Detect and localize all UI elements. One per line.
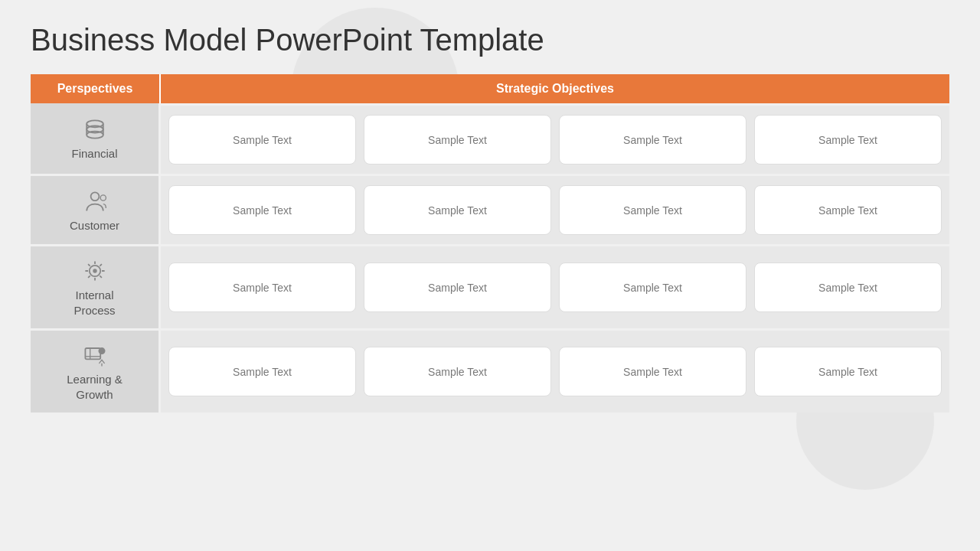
svg-rect-9 <box>85 348 100 359</box>
objectives-header: Strategic Objectives <box>161 74 949 103</box>
svg-point-12 <box>98 347 105 354</box>
card-learning-0[interactable]: Sample Text <box>168 347 356 396</box>
row-financial: FinancialSample TextSample TextSample Te… <box>31 103 949 174</box>
card-internal-1[interactable]: Sample Text <box>364 262 551 312</box>
bsc-table: Perspectives Strategic Objectives Financ… <box>31 74 949 412</box>
card-grid-learning: Sample TextSample TextSample TextSample … <box>168 347 942 396</box>
customer-label: Customer <box>38 218 151 233</box>
card-customer-3[interactable]: Sample Text <box>754 185 942 235</box>
card-internal-0[interactable]: Sample Text <box>168 262 356 312</box>
row-learning: Learning &GrowthSample TextSample TextSa… <box>31 328 949 412</box>
learning-label: Learning &Growth <box>38 372 151 402</box>
table-header-row: Perspectives Strategic Objectives <box>31 74 949 103</box>
card-financial-2[interactable]: Sample Text <box>559 115 746 165</box>
learning-icon <box>38 341 151 369</box>
card-learning-1[interactable]: Sample Text <box>364 347 551 396</box>
card-customer-1[interactable]: Sample Text <box>364 185 551 235</box>
card-internal-3[interactable]: Sample Text <box>754 262 942 312</box>
customer-icon <box>38 187 151 215</box>
card-grid-customer: Sample TextSample TextSample TextSample … <box>168 185 942 235</box>
svg-point-5 <box>90 192 99 201</box>
card-financial-1[interactable]: Sample Text <box>364 115 551 165</box>
content-customer: Sample TextSample TextSample TextSample … <box>161 174 949 244</box>
svg-point-6 <box>100 195 106 201</box>
label-learning: Learning &Growth <box>31 328 161 412</box>
page-container: Business Model PowerPoint Template Persp… <box>0 0 980 551</box>
content-learning: Sample TextSample TextSample TextSample … <box>161 328 949 412</box>
content-internal: Sample TextSample TextSample TextSample … <box>161 244 949 328</box>
financial-icon <box>38 116 151 143</box>
row-internal: InternalProcessSample TextSample TextSam… <box>31 244 949 328</box>
card-learning-2[interactable]: Sample Text <box>559 347 746 396</box>
internal-icon <box>38 257 151 285</box>
row-customer: CustomerSample TextSample TextSample Tex… <box>31 174 949 244</box>
label-customer: Customer <box>31 174 161 244</box>
card-customer-0[interactable]: Sample Text <box>168 185 356 235</box>
svg-point-8 <box>93 269 96 272</box>
label-internal: InternalProcess <box>31 244 161 328</box>
card-grid-internal: Sample TextSample TextSample TextSample … <box>168 262 942 312</box>
card-customer-2[interactable]: Sample Text <box>559 185 746 235</box>
financial-label: Financial <box>38 146 151 161</box>
card-financial-0[interactable]: Sample Text <box>168 115 356 165</box>
card-internal-2[interactable]: Sample Text <box>559 262 746 312</box>
label-financial: Financial <box>31 103 161 174</box>
page-title: Business Model PowerPoint Template <box>31 23 949 57</box>
perspectives-header: Perspectives <box>31 74 161 103</box>
card-grid-financial: Sample TextSample TextSample TextSample … <box>168 115 942 165</box>
internal-label: InternalProcess <box>38 288 151 318</box>
content-financial: Sample TextSample TextSample TextSample … <box>161 103 949 174</box>
card-learning-3[interactable]: Sample Text <box>754 347 942 396</box>
card-financial-3[interactable]: Sample Text <box>754 115 942 165</box>
